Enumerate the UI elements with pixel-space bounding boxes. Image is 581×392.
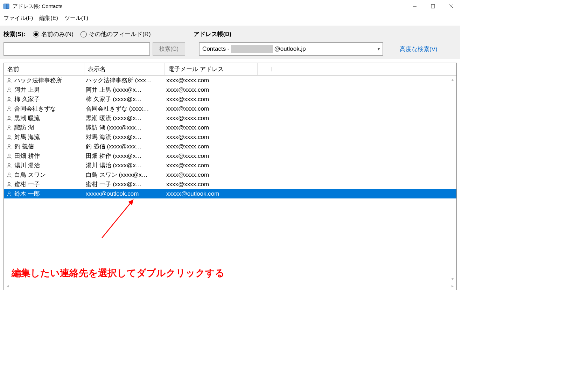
cell-email: xxxx@xxxx.com [166,96,456,103]
table-row[interactable]: 釣 義信釣 義信 (xxxx@xxx…xxxx@xxxx.com [4,142,456,151]
redacted-block [231,45,273,53]
table-row[interactable]: 阿井 上男阿井 上男 (xxxx@x…xxxx@xxxx.com [4,85,456,94]
person-icon [5,125,13,131]
cell-name: 諏訪 湖 [13,124,86,132]
table-row[interactable]: 黒潮 暖流黒潮 暖流 (xxxx@x…xxxx@xxxx.com [4,113,456,123]
svg-point-12 [8,126,10,128]
cell-email: xxxx@xxxx.com [166,134,456,141]
cell-display: ハック法律事務所 (xxx… [86,76,166,84]
cell-display: 蜜柑 一子 (xxxx@x… [86,180,166,188]
person-icon [5,87,13,93]
close-button[interactable] [442,0,460,13]
svg-rect-1 [4,4,6,9]
cell-email: xxxx@xxxx.com [166,77,456,84]
svg-point-19 [8,192,10,194]
svg-point-14 [8,145,10,147]
table-row[interactable]: 蜜柑 一子蜜柑 一子 (xxxx@x…xxxx@xxxx.com [4,180,456,189]
cell-email: xxxx@xxxx.com [166,115,456,122]
chevron-down-icon: ▾ [378,47,380,51]
radio-name-only[interactable]: 名前のみ(N) [33,30,74,38]
svg-point-7 [8,78,10,80]
table-row[interactable]: 諏訪 湖諏訪 湖 (xxxx@xxx…xxxx@xxxx.com [4,123,456,132]
person-icon [5,97,13,102]
table-row[interactable]: ハック法律事務所ハック法律事務所 (xxx…xxxx@xxxx.com [4,76,456,85]
person-icon [5,134,13,140]
cell-email: xxxx@xxxx.com [166,105,456,112]
cell-name: 鈴木 一郎 [13,190,86,198]
cell-name: 蜜柑 一子 [13,180,86,188]
cell-display: 諏訪 湖 (xxxx@xxx… [86,124,166,132]
menu-edit[interactable]: 編集(E) [39,15,58,22]
cell-email: xxxx@xxxx.com [166,172,456,178]
person-icon [5,78,13,83]
svg-point-15 [8,154,10,156]
cell-name: ハック法律事務所 [13,76,86,84]
dropdown-prefix: Contacts - [202,46,229,52]
table-row[interactable]: 対馬 海流対馬 海流 (xxxx@x…xxxx@xxxx.com [4,132,456,142]
search-label: 検索(S): [4,30,25,38]
radio-other-fields[interactable]: その他のフィールド(R) [80,30,151,38]
scroll-down-icon[interactable]: ▾ [449,276,456,282]
dropdown-suffix: @outlook.jp [274,46,306,52]
cell-display: 黒潮 暖流 (xxxx@x… [86,114,166,122]
cell-display: 阿井 上男 (xxxx@x… [86,86,166,94]
cell-name: 湯川 湯治 [13,161,86,169]
addressbook-label: アドレス帳(D) [194,30,232,38]
cell-display: 田畑 耕作 (xxxx@x… [86,152,166,160]
person-icon [5,115,13,121]
cell-name: 釣 義信 [13,142,86,150]
table-row[interactable]: 合同会社きずな合同会社きずな (xxxx…xxxx@xxxx.com [4,104,456,113]
person-icon [5,182,13,187]
cell-display: 釣 義信 (xxxx@xxx… [86,142,166,150]
search-input[interactable] [4,42,150,56]
scroll-left-icon[interactable]: ◂ [5,283,11,289]
cell-name: 対馬 海流 [13,133,86,141]
table-row[interactable]: 鈴木 一郎xxxxx@outlook.comxxxxx@outlook.com [4,189,456,198]
cell-display: 湯川 湯治 (xxxx@x… [86,161,166,169]
svg-point-18 [8,182,10,184]
maximize-button[interactable] [424,0,442,13]
table-row[interactable]: 湯川 湯治湯川 湯治 (xxxx@x…xxxx@xxxx.com [4,161,456,170]
cell-display: 対馬 海流 (xxxx@x… [86,133,166,141]
scroll-right-icon[interactable]: ▸ [449,283,456,289]
radio-other-fields-label: その他のフィールド(R) [89,30,151,38]
svg-line-20 [102,200,133,238]
titlebar: アドレス帳: Contacts [0,0,460,13]
annotation-text: 編集したい連絡先を選択してダブルクリックする [12,267,225,279]
cell-email: xxxx@xxxx.com [166,181,456,188]
scroll-up-icon[interactable]: ▴ [449,76,456,83]
person-icon [5,172,13,178]
column-display[interactable]: 表示名 [84,63,165,75]
column-name[interactable]: 名前 [4,63,84,75]
cell-email: xxxx@xxxx.com [166,143,456,150]
addressbook-dropdown[interactable]: Contacts - @outlook.jp ▾ [199,42,383,56]
cell-name: 田畑 耕作 [13,152,86,160]
cell-display: 合同会社きずな (xxxx… [86,105,166,113]
radio-icon [33,31,39,37]
column-email[interactable]: 電子メール アドレス [165,63,258,75]
cell-email: xxxx@xxxx.com [166,153,456,160]
table-row[interactable]: 柿 久家子柿 久家子 (xxxx@x…xxxx@xxxx.com [4,94,456,104]
column-spare [258,67,272,71]
advanced-search-link[interactable]: 高度な検索(V) [400,45,438,53]
table-row[interactable]: 田畑 耕作田畑 耕作 (xxxx@x…xxxx@xxxx.com [4,151,456,161]
svg-point-8 [8,88,10,90]
cell-name: 阿井 上男 [13,86,86,94]
svg-point-16 [8,163,10,166]
table-row[interactable]: 白鳥 スワン白鳥 スワン (xxxx@x…xxxx@xxxx.com [4,170,456,180]
contacts-list: 名前 表示名 電子メール アドレス ハック法律事務所ハック法律事務所 (xxx…… [4,63,457,290]
menu-file[interactable]: ファイル(F) [4,15,33,22]
window-title: アドレス帳: Contacts [13,3,63,10]
annotation-arrow [95,196,144,245]
minimize-button[interactable] [406,0,424,13]
menu-tool[interactable]: ツール(T) [64,15,88,22]
svg-rect-4 [431,5,435,8]
cell-display: 柿 久家子 (xxxx@x… [86,95,166,103]
cell-name: 黒潮 暖流 [13,114,86,122]
person-icon [5,191,13,197]
cell-display: 白鳥 スワン (xxxx@x… [86,171,166,179]
cell-name: 白鳥 スワン [13,171,86,179]
search-button[interactable]: 検索(G) [153,42,185,56]
radio-name-only-label: 名前のみ(N) [41,30,74,38]
radio-icon [80,31,87,37]
